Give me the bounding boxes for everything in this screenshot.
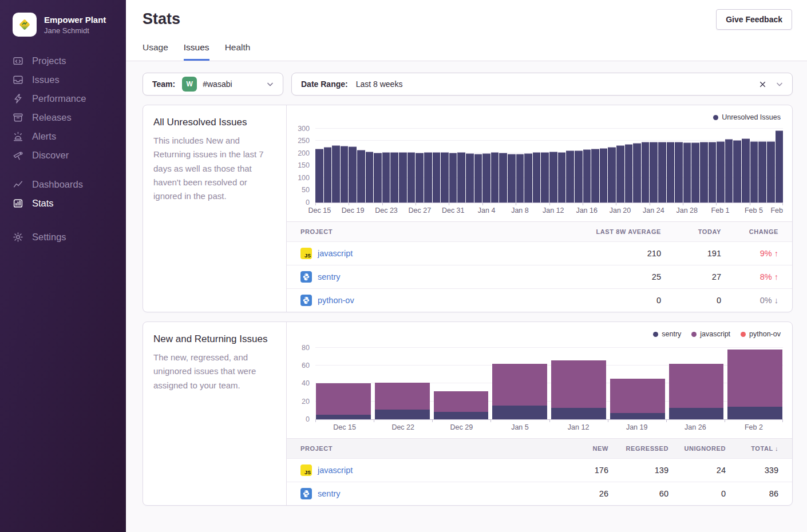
stacked-bar-jan-5[interactable]: [492, 340, 547, 419]
bar[interactable]: [433, 152, 441, 203]
tab-issues[interactable]: Issues: [184, 42, 209, 61]
bar[interactable]: [725, 139, 733, 203]
bar[interactable]: [700, 142, 708, 203]
bar[interactable]: [332, 145, 340, 203]
bar[interactable]: [650, 142, 658, 203]
project-link-javascript[interactable]: javascript: [318, 249, 353, 258]
legend-item-javascript[interactable]: javascript: [691, 330, 730, 338]
sidebar-item-alerts[interactable]: Alerts: [0, 127, 126, 146]
legend-item-sentry[interactable]: sentry: [653, 330, 681, 338]
bar[interactable]: [482, 153, 490, 203]
bar[interactable]: [667, 142, 675, 203]
clear-icon[interactable]: [758, 80, 767, 89]
bar[interactable]: [583, 149, 591, 203]
bar[interactable]: [776, 130, 784, 203]
bar[interactable]: [642, 142, 650, 203]
bar[interactable]: [566, 150, 574, 203]
bar[interactable]: [349, 146, 357, 203]
sidebar-item-projects[interactable]: Projects: [0, 51, 126, 70]
legend-item-unresolved-issues[interactable]: Unresolved Issues: [713, 113, 781, 121]
sidebar-item-stats[interactable]: Stats: [0, 194, 126, 213]
sidebar-item-discover[interactable]: Discover: [0, 146, 126, 165]
date-range-select[interactable]: Date Range: Last 8 weeks: [291, 73, 793, 96]
stacked-bar-jan-12[interactable]: [551, 340, 606, 419]
stacked-bar-dec-29[interactable]: [434, 340, 489, 419]
bar[interactable]: [382, 152, 390, 203]
sidebar-item-performance[interactable]: Performance: [0, 89, 126, 108]
bar[interactable]: [591, 149, 599, 203]
chart-plot[interactable]: 020406080: [315, 340, 783, 419]
bar[interactable]: [616, 145, 624, 203]
bar[interactable]: [516, 154, 524, 203]
segment-sentry: [316, 415, 371, 419]
bar[interactable]: [449, 153, 457, 203]
bar[interactable]: [441, 152, 449, 203]
bar[interactable]: [357, 150, 365, 203]
bar[interactable]: [691, 142, 699, 203]
bar[interactable]: [457, 152, 465, 203]
bar[interactable]: [533, 152, 541, 203]
bar[interactable]: [499, 153, 507, 203]
sidebar-item-dashboards[interactable]: Dashboards: [0, 175, 126, 194]
segment-javascript: [551, 360, 606, 408]
chart-plot[interactable]: 050100150200250300: [315, 124, 783, 203]
bar[interactable]: [625, 144, 633, 203]
bar[interactable]: [474, 154, 482, 203]
bar[interactable]: [424, 152, 432, 203]
bar[interactable]: [416, 153, 424, 203]
sidebar-item-releases[interactable]: Releases: [0, 108, 126, 127]
bar[interactable]: [558, 152, 566, 203]
team-select[interactable]: Team: W #wasabi: [143, 73, 283, 96]
bar[interactable]: [549, 152, 557, 203]
bar[interactable]: [399, 152, 407, 203]
bar[interactable]: [608, 147, 616, 203]
segment-sentry: [610, 413, 665, 419]
column-header-total[interactable]: Total↓: [726, 445, 778, 452]
sidebar-item-issues[interactable]: Issues: [0, 70, 126, 89]
bar[interactable]: [390, 152, 398, 203]
stacked-bar-jan-26[interactable]: [669, 340, 724, 419]
bar[interactable]: [717, 141, 725, 203]
give-feedback-button[interactable]: Give Feedback: [716, 9, 792, 30]
bar[interactable]: [466, 153, 474, 203]
tab-health[interactable]: Health: [225, 42, 251, 61]
bar[interactable]: [524, 153, 532, 203]
project-link-javascript[interactable]: javascript: [318, 466, 353, 475]
chevron-down-icon[interactable]: [266, 80, 275, 89]
stacked-bar-feb-2[interactable]: [727, 340, 782, 419]
bar[interactable]: [709, 142, 717, 203]
y-axis-label: 20: [302, 398, 310, 406]
bar[interactable]: [374, 153, 382, 203]
bar[interactable]: [491, 152, 499, 203]
bar[interactable]: [324, 147, 332, 203]
bar[interactable]: [758, 141, 766, 203]
bar[interactable]: [541, 152, 549, 203]
bar[interactable]: [341, 146, 349, 203]
bar[interactable]: [315, 149, 323, 203]
bar[interactable]: [658, 142, 666, 203]
project-link-python-ov[interactable]: python-ov: [318, 296, 354, 305]
tab-usage[interactable]: Usage: [143, 42, 168, 61]
bar[interactable]: [750, 141, 758, 203]
bar[interactable]: [575, 150, 583, 203]
sidebar-item-settings[interactable]: Settings: [0, 228, 126, 247]
bar[interactable]: [600, 148, 608, 203]
stacked-bar-dec-15[interactable]: [316, 340, 371, 419]
bar[interactable]: [742, 138, 750, 203]
bar[interactable]: [733, 140, 741, 203]
project-link-sentry[interactable]: sentry: [318, 272, 341, 281]
bar[interactable]: [767, 141, 775, 203]
bar[interactable]: [508, 154, 516, 203]
org-switcher[interactable]: Empower Plant Jane Schmidt: [0, 0, 126, 37]
bar[interactable]: [408, 152, 416, 203]
chart-x-axis: Dec 15Dec 19Dec 23Dec 27Dec 31Jan 4Jan 8…: [315, 203, 783, 218]
stacked-bar-jan-19[interactable]: [610, 340, 665, 419]
bar[interactable]: [683, 142, 691, 203]
bar[interactable]: [366, 152, 374, 203]
project-link-sentry[interactable]: sentry: [318, 489, 341, 498]
legend-item-python-ov[interactable]: python-ov: [741, 330, 781, 338]
stacked-bar-dec-22[interactable]: [375, 340, 430, 419]
bar[interactable]: [675, 142, 683, 203]
chevron-down-icon[interactable]: [775, 80, 784, 89]
bar[interactable]: [633, 143, 641, 203]
